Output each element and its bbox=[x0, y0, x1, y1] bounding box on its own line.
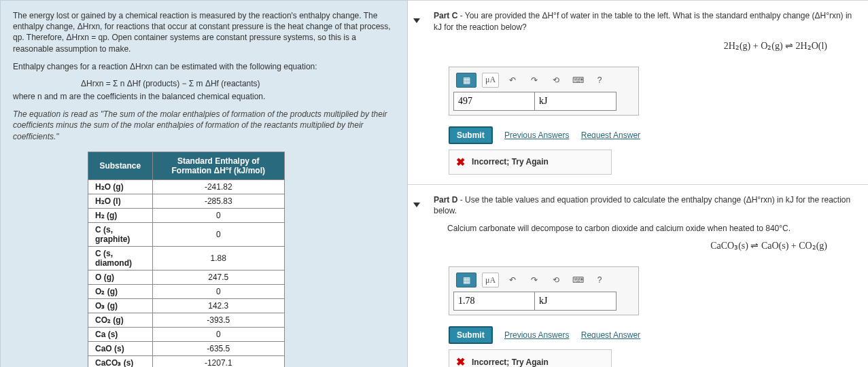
intro-p2: Enthalpy changes for a reaction ΔHrxn ca… bbox=[13, 61, 395, 72]
th-substance: Substance bbox=[88, 152, 153, 179]
table-row: C (s, graphite)0 bbox=[88, 222, 285, 246]
equation-line: ΔHrxn = Σ n ΔHf (products) − Σ m ΔHf (re… bbox=[81, 79, 395, 88]
substance-cell: Ca (s) bbox=[88, 327, 153, 341]
table-row: C (s, diamond)1.88 bbox=[88, 246, 285, 270]
previous-answers-link-c[interactable]: Previous Answers bbox=[504, 130, 569, 140]
x-icon: ✖ bbox=[456, 355, 465, 367]
value-cell: -1207.1 bbox=[152, 355, 284, 367]
request-answer-link-d[interactable]: Request Answer bbox=[581, 330, 640, 340]
table-row: H₂O (l)-285.83 bbox=[88, 194, 285, 208]
greek-button[interactable]: μA bbox=[482, 273, 499, 287]
substance-cell: O₃ (g) bbox=[88, 298, 153, 313]
value-cell: -241.82 bbox=[152, 179, 284, 194]
answer-box-c: ▦ μA ↶ ↷ ⟲ ⌨ ? bbox=[449, 67, 639, 116]
substance-cell: CO₂ (g) bbox=[88, 313, 153, 327]
value-cell: 142.3 bbox=[152, 298, 284, 313]
submit-button-c[interactable]: Submit bbox=[449, 126, 493, 144]
substance-cell: CaCO₃ (s) bbox=[88, 355, 153, 367]
part-c-text: - You are provided the ΔH°f of water in … bbox=[434, 11, 852, 32]
part-d-label: Part D bbox=[434, 195, 457, 205]
reset-icon[interactable]: ⟲ bbox=[548, 73, 564, 88]
table-row: O₃ (g)142.3 bbox=[88, 298, 285, 313]
value-cell: 0 bbox=[152, 284, 284, 298]
table-row: Ca (s)0 bbox=[88, 327, 285, 341]
help-button[interactable]: ? bbox=[591, 73, 608, 88]
feedback-text-c: Incorrect; Try Again bbox=[472, 157, 549, 167]
feedback-d: ✖ Incorrect; Try Again bbox=[449, 349, 612, 367]
part-c-equation: 2H₂(g) + O₂(g) ⇌ 2H₂O(l) bbox=[421, 40, 827, 52]
value-cell: -285.83 bbox=[152, 194, 284, 208]
redo-icon[interactable]: ↷ bbox=[526, 73, 542, 88]
part-c: Part C - You are provided the ΔH°f of wa… bbox=[408, 0, 868, 184]
substance-cell: O (g) bbox=[88, 270, 153, 284]
collapse-caret-icon[interactable] bbox=[413, 18, 420, 23]
templates-icon[interactable]: ▦ bbox=[456, 273, 476, 287]
collapse-caret-icon[interactable] bbox=[413, 203, 420, 207]
previous-answers-link-d[interactable]: Previous Answers bbox=[504, 330, 569, 340]
value-cell: -393.5 bbox=[152, 313, 284, 327]
value-cell: 0 bbox=[152, 208, 284, 222]
substance-cell: H₂O (l) bbox=[88, 194, 153, 208]
redo-icon[interactable]: ↷ bbox=[526, 273, 542, 287]
part-d-equation: CaCO₃(s) ⇌ CaO(s) + CO₂(g) bbox=[421, 240, 827, 251]
intro-p4: The equation is read as "The sum of the … bbox=[13, 109, 395, 142]
substance-cell: O₂ (g) bbox=[88, 284, 153, 298]
submit-button-d[interactable]: Submit bbox=[449, 326, 493, 344]
feedback-text-d: Incorrect; Try Again bbox=[472, 357, 549, 367]
table-row: CaCO₃ (s)-1207.1 bbox=[88, 355, 285, 367]
undo-icon[interactable]: ↶ bbox=[504, 73, 521, 88]
part-d-prompt: Part D - Use the table values and equati… bbox=[434, 194, 854, 217]
th-enthalpy: Standard Enthalpy of Formation ΔH°f (kJ/… bbox=[152, 152, 284, 179]
keyboard-icon[interactable]: ⌨ bbox=[570, 273, 586, 287]
table-row: H₂ (g)0 bbox=[88, 208, 285, 222]
substance-cell: C (s, diamond) bbox=[88, 246, 153, 270]
part-c-label: Part C bbox=[434, 11, 457, 20]
substance-cell: C (s, graphite) bbox=[88, 222, 153, 246]
questions-panel: Part C - You are provided the ΔH°f of wa… bbox=[408, 0, 868, 367]
table-row: CaO (s)-635.5 bbox=[88, 341, 285, 355]
substance-cell: H₂O (g) bbox=[88, 179, 153, 194]
table-row: O₂ (g)0 bbox=[88, 284, 285, 298]
table-row: H₂O (g)-241.82 bbox=[88, 179, 285, 194]
value-input-d[interactable] bbox=[453, 292, 535, 311]
table-row: CO₂ (g)-393.5 bbox=[88, 313, 285, 327]
table-row: O (g)247.5 bbox=[88, 270, 285, 284]
intro-panel: The energy lost or gained by a chemical … bbox=[0, 0, 408, 367]
toolbar-c: ▦ μA ↶ ↷ ⟲ ⌨ ? bbox=[453, 71, 634, 92]
enthalpy-table: Substance Standard Enthalpy of Formation… bbox=[88, 152, 285, 367]
value-cell: 247.5 bbox=[152, 270, 284, 284]
substance-cell: H₂ (g) bbox=[88, 208, 153, 222]
reset-icon[interactable]: ⟲ bbox=[548, 273, 564, 287]
intro-p1: The energy lost or gained by a chemical … bbox=[13, 10, 395, 54]
value-cell: 0 bbox=[152, 222, 284, 246]
part-c-prompt: Part C - You are provided the ΔH°f of wa… bbox=[434, 10, 854, 33]
undo-icon[interactable]: ↶ bbox=[504, 273, 521, 287]
keyboard-icon[interactable]: ⌨ bbox=[570, 73, 586, 88]
value-cell: 0 bbox=[152, 327, 284, 341]
greek-button[interactable]: μA bbox=[482, 73, 499, 88]
unit-input-c[interactable] bbox=[535, 92, 617, 111]
intro-p3: where n and m are the coefficients in th… bbox=[13, 91, 395, 102]
value-input-c[interactable] bbox=[453, 92, 535, 111]
substance-cell: CaO (s) bbox=[88, 341, 153, 355]
x-icon: ✖ bbox=[456, 156, 465, 169]
toolbar-d: ▦ μA ↶ ↷ ⟲ ⌨ ? bbox=[453, 271, 634, 292]
part-d-line2: Calcium carbonate will decompose to carb… bbox=[447, 224, 854, 233]
request-answer-link-c[interactable]: Request Answer bbox=[581, 130, 640, 140]
answer-box-d: ▦ μA ↶ ↷ ⟲ ⌨ ? bbox=[449, 266, 639, 315]
templates-icon[interactable]: ▦ bbox=[456, 73, 476, 88]
part-d-text: - Use the table values and equation prov… bbox=[434, 195, 850, 216]
value-cell: 1.88 bbox=[152, 246, 284, 270]
feedback-c: ✖ Incorrect; Try Again bbox=[449, 150, 612, 175]
value-cell: -635.5 bbox=[152, 341, 284, 355]
help-button[interactable]: ? bbox=[591, 273, 608, 287]
part-d: Part D - Use the table values and equati… bbox=[408, 184, 868, 367]
unit-input-d[interactable] bbox=[535, 292, 617, 311]
